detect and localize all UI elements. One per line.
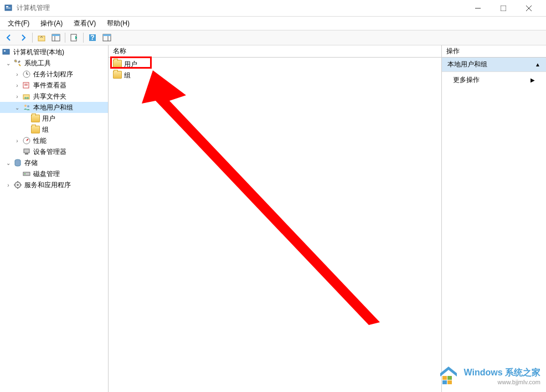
action-label: 更多操作 [453, 75, 480, 85]
tree-disk-management[interactable]: 磁盘管理 [0, 168, 108, 179]
help-button[interactable]: ? [86, 32, 99, 44]
svg-point-28 [27, 97, 29, 99]
svg-point-38 [17, 184, 19, 186]
folder-icon [113, 71, 122, 80]
svg-rect-43 [442, 380, 447, 384]
collapse-icon[interactable]: ⌄ [13, 104, 21, 111]
expand-icon[interactable]: › [13, 70, 21, 78]
svg-rect-35 [23, 172, 30, 176]
tree-label: 本地用户和组 [32, 103, 74, 112]
folder-icon [31, 125, 40, 134]
svg-rect-18 [4, 50, 6, 51]
tree-label: 性能 [32, 136, 48, 146]
tree-root[interactable]: 计算机管理(本地) [0, 47, 108, 58]
tree-system-tools[interactable]: ⌄ 系统工具 [0, 58, 108, 69]
content-header[interactable]: 名称 [109, 45, 441, 58]
svg-rect-2 [6, 8, 11, 8]
tree-label: 存储 [23, 158, 39, 168]
up-button[interactable] [35, 32, 48, 44]
svg-rect-33 [25, 153, 28, 154]
show-hide-tree-button[interactable] [49, 32, 63, 44]
tree-label: 设备管理器 [32, 147, 68, 157]
window-title: 计算机管理 [17, 3, 465, 13]
tree-storage[interactable]: ⌄ 存储 [0, 157, 108, 168]
event-viewer-icon [22, 81, 31, 90]
list-item-groups[interactable]: 组 [109, 70, 441, 81]
menubar: 文件(F) 操作(A) 查看(V) 帮助(H) [0, 17, 546, 30]
tree-users[interactable]: 用户 [0, 113, 108, 124]
back-button[interactable] [2, 32, 16, 44]
svg-rect-4 [501, 6, 506, 11]
tree-device-manager[interactable]: 设备管理器 [0, 146, 108, 157]
expand-icon[interactable]: › [13, 92, 21, 100]
list-label: 用户 [124, 60, 137, 69]
shared-folder-icon [22, 92, 31, 101]
chevron-right-icon: ▶ [530, 77, 535, 83]
tree-performance[interactable]: › 性能 [0, 135, 108, 146]
content-list[interactable]: 用户 组 [109, 58, 441, 392]
expand-icon[interactable]: › [13, 137, 21, 145]
tree-label: 任务计划程序 [32, 70, 74, 79]
svg-rect-44 [447, 380, 452, 384]
list-item-users[interactable]: 用户 [109, 59, 441, 70]
watermark-logo [438, 365, 459, 386]
app-icon [4, 4, 13, 13]
expand-icon[interactable]: › [13, 81, 21, 89]
svg-rect-41 [442, 376, 447, 380]
tools-icon [13, 59, 22, 68]
export-button[interactable] [68, 32, 81, 44]
menu-file[interactable]: 文件(F) [3, 18, 34, 29]
collapse-icon[interactable]: ⌄ [4, 159, 12, 167]
collapse-icon[interactable]: ▲ [535, 61, 540, 68]
performance-icon [22, 136, 31, 145]
action-header-label: 操作 [446, 47, 460, 56]
menu-action[interactable]: 操作(A) [36, 18, 67, 29]
svg-point-29 [24, 105, 27, 107]
svg-rect-10 [52, 34, 60, 36]
tree-task-scheduler[interactable]: › 任务计划程序 [0, 69, 108, 80]
tree-label: 共享文件夹 [32, 92, 68, 101]
window-controls [465, 1, 542, 16]
svg-rect-42 [447, 376, 452, 380]
watermark-title: Windows 系统之家 [463, 367, 540, 379]
tree-label: 计算机管理(本地) [12, 48, 65, 57]
column-header-name[interactable]: 名称 [113, 47, 126, 56]
watermark: Windows 系统之家 www.bjjmlv.com [438, 365, 540, 386]
tree-local-users-groups[interactable]: ⌄ 本地用户和组 [0, 102, 108, 113]
minimize-button[interactable] [465, 1, 491, 16]
forward-button[interactable] [17, 32, 30, 44]
tree-label: 磁盘管理 [32, 169, 61, 179]
maximize-button[interactable] [491, 1, 516, 16]
action-pane-button[interactable] [100, 32, 114, 44]
users-groups-icon [22, 103, 31, 112]
folder-icon [31, 114, 40, 123]
tree-panel[interactable]: 计算机管理(本地) ⌄ 系统工具 › 任务计划程序 › 事件查看器 [0, 45, 109, 392]
tree-label: 组 [41, 125, 50, 135]
tree-groups[interactable]: 组 [0, 124, 108, 135]
tree-event-viewer[interactable]: › 事件查看器 [0, 80, 108, 91]
menu-view[interactable]: 查看(V) [69, 18, 100, 29]
tree-shared-folders[interactable]: › 共享文件夹 [0, 91, 108, 102]
toolbar: ? [0, 30, 546, 45]
expand-icon[interactable]: › [4, 181, 12, 189]
toolbar-separator [32, 33, 33, 43]
action-section-title: 本地用户和组 [447, 60, 487, 69]
toolbar-separator [83, 33, 84, 43]
action-section[interactable]: 本地用户和组 ▲ [442, 58, 546, 72]
svg-text:?: ? [90, 34, 94, 42]
svg-point-27 [24, 97, 27, 99]
action-header: 操作 [442, 45, 546, 58]
storage-icon [13, 158, 22, 167]
tree-label: 服务和应用程序 [23, 180, 72, 190]
tree-services-apps[interactable]: › 服务和应用程序 [0, 179, 108, 190]
svg-rect-1 [6, 6, 8, 7]
action-panel: 操作 本地用户和组 ▲ 更多操作 ▶ [442, 45, 546, 392]
close-button[interactable] [516, 1, 542, 16]
svg-rect-17 [3, 49, 9, 54]
svg-point-30 [27, 105, 29, 107]
collapse-icon[interactable]: ⌄ [4, 59, 12, 67]
tree-label: 系统工具 [23, 59, 52, 68]
svg-point-36 [24, 173, 25, 174]
action-more[interactable]: 更多操作 ▶ [442, 72, 546, 88]
menu-help[interactable]: 帮助(H) [102, 18, 134, 29]
